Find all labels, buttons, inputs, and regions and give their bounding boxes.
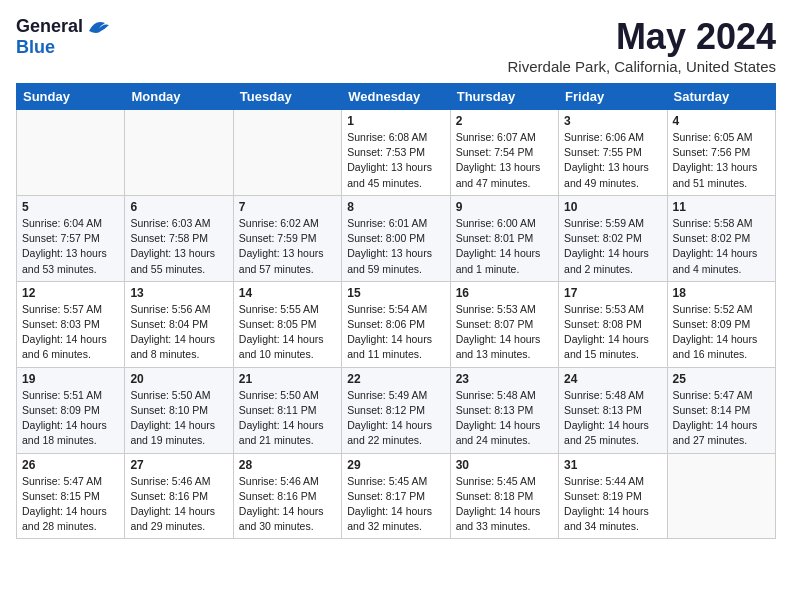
day-info: Sunrise: 5:46 AMSunset: 8:16 PMDaylight:…	[239, 474, 336, 535]
calendar-cell: 20Sunrise: 5:50 AMSunset: 8:10 PMDayligh…	[125, 367, 233, 453]
calendar-cell: 3Sunrise: 6:06 AMSunset: 7:55 PMDaylight…	[559, 110, 667, 196]
calendar-cell: 27Sunrise: 5:46 AMSunset: 8:16 PMDayligh…	[125, 453, 233, 539]
day-number: 24	[564, 372, 661, 386]
day-info: Sunrise: 5:53 AMSunset: 8:07 PMDaylight:…	[456, 302, 553, 363]
location-text: Riverdale Park, California, United State…	[508, 58, 776, 75]
day-number: 3	[564, 114, 661, 128]
day-number: 29	[347, 458, 444, 472]
day-number: 31	[564, 458, 661, 472]
day-number: 1	[347, 114, 444, 128]
day-info: Sunrise: 5:48 AMSunset: 8:13 PMDaylight:…	[456, 388, 553, 449]
day-number: 28	[239, 458, 336, 472]
calendar-week-row: 5Sunrise: 6:04 AMSunset: 7:57 PMDaylight…	[17, 195, 776, 281]
day-info: Sunrise: 5:50 AMSunset: 8:10 PMDaylight:…	[130, 388, 227, 449]
calendar-cell: 16Sunrise: 5:53 AMSunset: 8:07 PMDayligh…	[450, 281, 558, 367]
calendar-cell: 18Sunrise: 5:52 AMSunset: 8:09 PMDayligh…	[667, 281, 775, 367]
logo-blue-text: Blue	[16, 37, 55, 58]
day-number: 17	[564, 286, 661, 300]
day-info: Sunrise: 6:06 AMSunset: 7:55 PMDaylight:…	[564, 130, 661, 191]
logo: General Blue	[16, 16, 113, 58]
calendar-cell: 8Sunrise: 6:01 AMSunset: 8:00 PMDaylight…	[342, 195, 450, 281]
day-number: 20	[130, 372, 227, 386]
day-number: 25	[673, 372, 770, 386]
day-number: 21	[239, 372, 336, 386]
calendar-cell	[17, 110, 125, 196]
weekday-header: Thursday	[450, 84, 558, 110]
day-number: 10	[564, 200, 661, 214]
calendar-cell: 5Sunrise: 6:04 AMSunset: 7:57 PMDaylight…	[17, 195, 125, 281]
calendar-cell: 26Sunrise: 5:47 AMSunset: 8:15 PMDayligh…	[17, 453, 125, 539]
calendar-cell: 21Sunrise: 5:50 AMSunset: 8:11 PMDayligh…	[233, 367, 341, 453]
day-info: Sunrise: 6:00 AMSunset: 8:01 PMDaylight:…	[456, 216, 553, 277]
calendar-cell	[125, 110, 233, 196]
calendar-cell: 1Sunrise: 6:08 AMSunset: 7:53 PMDaylight…	[342, 110, 450, 196]
day-info: Sunrise: 5:47 AMSunset: 8:14 PMDaylight:…	[673, 388, 770, 449]
calendar-cell: 10Sunrise: 5:59 AMSunset: 8:02 PMDayligh…	[559, 195, 667, 281]
calendar-week-row: 1Sunrise: 6:08 AMSunset: 7:53 PMDaylight…	[17, 110, 776, 196]
day-number: 2	[456, 114, 553, 128]
calendar-cell: 28Sunrise: 5:46 AMSunset: 8:16 PMDayligh…	[233, 453, 341, 539]
calendar-cell: 4Sunrise: 6:05 AMSunset: 7:56 PMDaylight…	[667, 110, 775, 196]
calendar-cell: 23Sunrise: 5:48 AMSunset: 8:13 PMDayligh…	[450, 367, 558, 453]
day-number: 22	[347, 372, 444, 386]
day-info: Sunrise: 6:04 AMSunset: 7:57 PMDaylight:…	[22, 216, 119, 277]
calendar-cell: 6Sunrise: 6:03 AMSunset: 7:58 PMDaylight…	[125, 195, 233, 281]
title-area: May 2024 Riverdale Park, California, Uni…	[508, 16, 776, 75]
calendar-cell: 29Sunrise: 5:45 AMSunset: 8:17 PMDayligh…	[342, 453, 450, 539]
calendar-week-row: 19Sunrise: 5:51 AMSunset: 8:09 PMDayligh…	[17, 367, 776, 453]
day-info: Sunrise: 5:49 AMSunset: 8:12 PMDaylight:…	[347, 388, 444, 449]
weekday-header: Sunday	[17, 84, 125, 110]
day-info: Sunrise: 6:07 AMSunset: 7:54 PMDaylight:…	[456, 130, 553, 191]
day-number: 27	[130, 458, 227, 472]
day-number: 14	[239, 286, 336, 300]
calendar-cell: 30Sunrise: 5:45 AMSunset: 8:18 PMDayligh…	[450, 453, 558, 539]
calendar-cell	[233, 110, 341, 196]
calendar-header-row: SundayMondayTuesdayWednesdayThursdayFrid…	[17, 84, 776, 110]
day-number: 18	[673, 286, 770, 300]
day-info: Sunrise: 5:45 AMSunset: 8:18 PMDaylight:…	[456, 474, 553, 535]
day-info: Sunrise: 5:51 AMSunset: 8:09 PMDaylight:…	[22, 388, 119, 449]
day-info: Sunrise: 6:08 AMSunset: 7:53 PMDaylight:…	[347, 130, 444, 191]
calendar-cell: 31Sunrise: 5:44 AMSunset: 8:19 PMDayligh…	[559, 453, 667, 539]
day-number: 11	[673, 200, 770, 214]
day-number: 26	[22, 458, 119, 472]
day-number: 12	[22, 286, 119, 300]
day-number: 16	[456, 286, 553, 300]
day-info: Sunrise: 5:56 AMSunset: 8:04 PMDaylight:…	[130, 302, 227, 363]
day-info: Sunrise: 6:03 AMSunset: 7:58 PMDaylight:…	[130, 216, 227, 277]
day-number: 5	[22, 200, 119, 214]
day-info: Sunrise: 5:50 AMSunset: 8:11 PMDaylight:…	[239, 388, 336, 449]
day-info: Sunrise: 5:54 AMSunset: 8:06 PMDaylight:…	[347, 302, 444, 363]
day-info: Sunrise: 5:55 AMSunset: 8:05 PMDaylight:…	[239, 302, 336, 363]
day-info: Sunrise: 6:02 AMSunset: 7:59 PMDaylight:…	[239, 216, 336, 277]
day-number: 19	[22, 372, 119, 386]
calendar-cell: 2Sunrise: 6:07 AMSunset: 7:54 PMDaylight…	[450, 110, 558, 196]
logo-bird-icon	[85, 17, 113, 37]
calendar-cell: 17Sunrise: 5:53 AMSunset: 8:08 PMDayligh…	[559, 281, 667, 367]
calendar-cell	[667, 453, 775, 539]
day-info: Sunrise: 5:59 AMSunset: 8:02 PMDaylight:…	[564, 216, 661, 277]
day-number: 15	[347, 286, 444, 300]
day-info: Sunrise: 6:05 AMSunset: 7:56 PMDaylight:…	[673, 130, 770, 191]
calendar-cell: 24Sunrise: 5:48 AMSunset: 8:13 PMDayligh…	[559, 367, 667, 453]
day-info: Sunrise: 5:52 AMSunset: 8:09 PMDaylight:…	[673, 302, 770, 363]
day-number: 9	[456, 200, 553, 214]
day-info: Sunrise: 5:45 AMSunset: 8:17 PMDaylight:…	[347, 474, 444, 535]
weekday-header: Friday	[559, 84, 667, 110]
day-info: Sunrise: 5:47 AMSunset: 8:15 PMDaylight:…	[22, 474, 119, 535]
weekday-header: Tuesday	[233, 84, 341, 110]
month-title: May 2024	[508, 16, 776, 58]
calendar-cell: 15Sunrise: 5:54 AMSunset: 8:06 PMDayligh…	[342, 281, 450, 367]
day-info: Sunrise: 5:53 AMSunset: 8:08 PMDaylight:…	[564, 302, 661, 363]
day-number: 4	[673, 114, 770, 128]
day-info: Sunrise: 5:58 AMSunset: 8:02 PMDaylight:…	[673, 216, 770, 277]
calendar-cell: 14Sunrise: 5:55 AMSunset: 8:05 PMDayligh…	[233, 281, 341, 367]
weekday-header: Wednesday	[342, 84, 450, 110]
calendar-week-row: 26Sunrise: 5:47 AMSunset: 8:15 PMDayligh…	[17, 453, 776, 539]
weekday-header: Saturday	[667, 84, 775, 110]
day-info: Sunrise: 5:48 AMSunset: 8:13 PMDaylight:…	[564, 388, 661, 449]
calendar-cell: 7Sunrise: 6:02 AMSunset: 7:59 PMDaylight…	[233, 195, 341, 281]
page-header: General Blue May 2024 Riverdale Park, Ca…	[16, 16, 776, 75]
day-info: Sunrise: 5:57 AMSunset: 8:03 PMDaylight:…	[22, 302, 119, 363]
calendar-cell: 25Sunrise: 5:47 AMSunset: 8:14 PMDayligh…	[667, 367, 775, 453]
